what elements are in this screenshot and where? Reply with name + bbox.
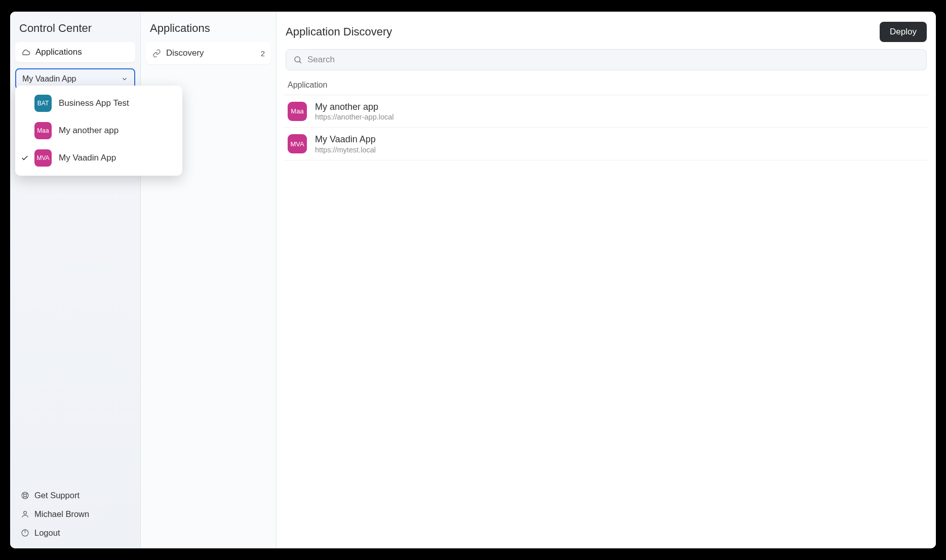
dropdown-option-label: Business App Test bbox=[59, 98, 129, 108]
main-header: Application Discovery Deploy bbox=[284, 20, 929, 49]
app-url: https://another-app.local bbox=[315, 113, 394, 121]
app-url: https://mytest.local bbox=[315, 146, 376, 154]
app-avatar: Maa bbox=[34, 122, 52, 139]
sidebar-title: Control Center bbox=[15, 20, 135, 42]
sidebar-item-support[interactable]: Get Support bbox=[15, 486, 135, 505]
secondary-nav-item-label: Discovery bbox=[166, 48, 204, 58]
dropdown-option-label: My Vaadin App bbox=[59, 153, 116, 163]
page-title: Application Discovery bbox=[286, 25, 392, 38]
dropdown-option-label: My another app bbox=[59, 126, 119, 136]
sidebar-footer: Get Support Michael Brown Logout bbox=[15, 486, 135, 542]
app-avatar: Maa bbox=[288, 102, 307, 121]
svg-point-6 bbox=[23, 511, 26, 514]
combo-selected-label: My Vaadin App bbox=[22, 74, 76, 84]
logout-icon bbox=[20, 529, 29, 538]
search-bar[interactable] bbox=[286, 49, 927, 70]
sidebar-item-label: Logout bbox=[34, 528, 60, 538]
main-content: Application Discovery Deploy Application… bbox=[277, 12, 936, 548]
app-selector-dropdown: BAT Business App Test Maa My another app… bbox=[15, 86, 182, 176]
cloud-icon bbox=[21, 48, 30, 57]
deploy-button[interactable]: Deploy bbox=[880, 22, 927, 42]
row-text: My Vaadin App https://mytest.local bbox=[315, 134, 376, 153]
app-avatar: BAT bbox=[34, 95, 52, 112]
sidebar: Control Center Applications My Vaadin Ap… bbox=[10, 12, 141, 548]
count-badge: 2 bbox=[261, 49, 265, 58]
sidebar-item-label: Michael Brown bbox=[34, 509, 89, 519]
app-window: Control Center Applications My Vaadin Ap… bbox=[10, 12, 936, 548]
sidebar-item-applications[interactable]: Applications bbox=[15, 42, 135, 62]
chevron-down-icon bbox=[121, 75, 128, 83]
dropdown-option-business-app-test[interactable]: BAT Business App Test bbox=[15, 90, 182, 117]
secondary-nav-item-discovery[interactable]: Discovery 2 bbox=[146, 42, 271, 64]
sidebar-item-user[interactable]: Michael Brown bbox=[15, 505, 135, 524]
app-avatar: MVA bbox=[288, 134, 307, 153]
secondary-nav-title: Applications bbox=[146, 20, 271, 42]
link-icon bbox=[152, 49, 161, 58]
svg-point-9 bbox=[295, 57, 300, 62]
user-icon bbox=[20, 510, 29, 519]
svg-line-4 bbox=[22, 497, 24, 498]
check-icon bbox=[20, 126, 29, 135]
app-avatar: MVA bbox=[34, 149, 52, 167]
app-name: My Vaadin App bbox=[315, 134, 376, 145]
svg-line-5 bbox=[26, 493, 27, 495]
check-icon bbox=[20, 99, 29, 108]
sidebar-item-label: Get Support bbox=[34, 491, 80, 500]
svg-line-10 bbox=[299, 61, 301, 63]
dropdown-option-my-vaadin-app[interactable]: MVA My Vaadin App bbox=[15, 144, 182, 172]
svg-point-1 bbox=[23, 494, 26, 497]
table-row[interactable]: Maa My another app https://another-app.l… bbox=[284, 95, 929, 128]
search-icon bbox=[293, 55, 302, 64]
sidebar-item-logout[interactable]: Logout bbox=[15, 524, 135, 542]
lifebuoy-icon bbox=[20, 491, 29, 500]
dropdown-option-my-another-app[interactable]: Maa My another app bbox=[15, 117, 182, 144]
svg-line-3 bbox=[26, 497, 27, 498]
check-icon bbox=[20, 153, 29, 163]
row-text: My another app https://another-app.local bbox=[315, 101, 394, 121]
search-input[interactable] bbox=[307, 55, 919, 65]
app-name: My another app bbox=[315, 101, 394, 113]
sidebar-item-label: Applications bbox=[35, 47, 82, 57]
svg-line-2 bbox=[22, 493, 24, 495]
table-row[interactable]: MVA My Vaadin App https://mytest.local bbox=[284, 128, 929, 160]
table-column-header: Application bbox=[284, 77, 929, 95]
